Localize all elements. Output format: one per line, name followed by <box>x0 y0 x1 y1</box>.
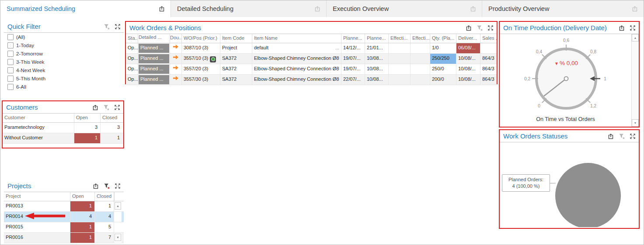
tab-execution-overview[interactable]: Execution Overview <box>327 0 482 17</box>
arrow-cell <box>170 43 182 53</box>
expand-icon[interactable] <box>629 133 636 140</box>
scroll-up-button[interactable]: ▲ <box>115 202 121 210</box>
qty-cell: 250/0 <box>430 64 456 74</box>
column-header-item-code[interactable]: Item Code <box>220 34 252 43</box>
status-badge: Planned ... <box>139 44 169 53</box>
expand-icon[interactable] <box>114 23 121 30</box>
tab-summarized-scheduling[interactable]: Summarized Scheduling <box>0 0 171 17</box>
filter-option-all[interactable]: (All) <box>4 33 124 41</box>
planned-start-cell: 19/07/... <box>341 64 365 74</box>
delivery-cell: 10/08/... <box>456 64 480 74</box>
tab-productivity-overview[interactable]: Productivity Overview <box>482 0 644 17</box>
filter-option-6-all[interactable]: 6-All <box>4 83 124 91</box>
table-row[interactable]: Op... Planned ... 3087/10 (3) Project de… <box>126 43 497 54</box>
table-row[interactable]: Parametechnology 3 3 <box>3 123 123 133</box>
gauge-tick-label: 0,2 <box>524 76 530 81</box>
filter-option-tomorrow[interactable]: 2-Tomorrow <box>4 49 124 58</box>
work-orders-statuses-panel: Work Orders Statuses Planned Orders: 4 (… <box>499 129 640 229</box>
sales-cell: 864/3 <box>480 64 497 74</box>
filter-option-today[interactable]: 1-Today <box>4 41 124 49</box>
vertical-scrollbar[interactable]: ▲ ▼ <box>631 34 639 127</box>
item-code-cell: SA372 <box>220 54 252 64</box>
table-row[interactable]: Op... Planned ... 3557/10 (3) SA372 Elbo… <box>126 54 497 64</box>
table-row[interactable]: PR0015 1 5 <box>4 222 124 233</box>
column-header-open[interactable]: Open <box>74 114 101 122</box>
filter-option-this-month[interactable]: 5-This Month <box>4 74 124 83</box>
quick-filter-panel: Quick Filter (All) 1-Today 2-Tomorrow 3-… <box>4 21 124 100</box>
wo-pos-cell: 3557/30 (3) <box>182 75 220 85</box>
checkbox[interactable] <box>7 51 14 57</box>
expand-icon[interactable] <box>114 183 121 190</box>
column-header-project[interactable]: Project <box>4 192 70 201</box>
checkbox[interactable] <box>7 34 14 40</box>
checkbox[interactable] <box>7 84 14 90</box>
column-header-delivery[interactable]: Deliver... <box>456 34 480 43</box>
export-icon[interactable] <box>158 5 165 12</box>
active-filter-icon[interactable] <box>103 183 110 190</box>
column-header-effective-start[interactable]: Effecti... <box>389 34 411 43</box>
expand-icon[interactable] <box>629 24 636 31</box>
export-icon[interactable] <box>92 183 99 190</box>
scroll-down-button[interactable]: ▼ <box>632 119 639 127</box>
column-header-wo-pos[interactable]: WO/Pos (Prior.) <box>182 34 220 43</box>
orange-arrow-icon <box>173 65 179 70</box>
export-icon[interactable] <box>607 133 614 140</box>
table-row-selected[interactable]: PR0014 4 4 <box>4 212 124 222</box>
effective-end-cell <box>411 43 430 53</box>
expand-icon[interactable] <box>487 24 494 31</box>
tab-detailed-scheduling[interactable]: Detailed Scheduling <box>171 0 327 17</box>
table-row[interactable]: PR0016 1 7 ▼ <box>4 233 124 243</box>
export-icon[interactable] <box>470 5 477 12</box>
export-icon[interactable] <box>618 24 625 31</box>
scrollbar-track[interactable] <box>114 222 122 232</box>
record-status-icon <box>210 56 216 62</box>
column-header-effective-end[interactable]: Effecti... <box>411 34 430 43</box>
open-count: 4 <box>70 212 95 222</box>
table-row[interactable]: Op... Planned ... 3557/20 (3) SA372 Elbo… <box>126 64 497 75</box>
table-row[interactable]: Op... Planned ... 3557/30 (3) SA372 Elbo… <box>126 75 497 85</box>
detailed-cell: Planned ... <box>138 64 170 74</box>
tab-label: Detailed Scheduling <box>177 5 233 12</box>
filter-option-next-week[interactable]: 4-Next Week <box>4 66 124 74</box>
scroll-up-button[interactable]: ▲ <box>632 34 639 41</box>
checkbox[interactable] <box>7 59 14 65</box>
column-header-detailed[interactable]: Detailed ... <box>138 34 170 43</box>
column-header-customer[interactable]: Customer <box>3 114 74 122</box>
column-header-closed[interactable]: Closed <box>101 114 122 122</box>
scrollbar-track[interactable] <box>114 212 122 222</box>
expand-icon[interactable] <box>114 104 121 111</box>
column-header-sales[interactable]: Sales ... <box>480 34 497 43</box>
clear-filter-icon[interactable] <box>618 133 625 140</box>
pie-slice-planned-orders[interactable] <box>555 163 621 227</box>
export-icon[interactable] <box>92 104 99 111</box>
pie-slice-label: Planned Orders: 4 (100,00 %) <box>502 174 550 192</box>
checkbox[interactable] <box>7 42 14 48</box>
export-icon[interactable] <box>465 24 472 31</box>
customers-panel: Customers Customer Open Closed Parametec… <box>2 100 124 148</box>
tab-bar: Summarized Scheduling Detailed Schedulin… <box>0 0 644 17</box>
column-header-open[interactable]: Open <box>70 192 95 201</box>
column-header-closed[interactable]: Closed <box>95 192 114 201</box>
effective-end-cell <box>411 64 430 74</box>
column-header-planned-end[interactable]: Planne... <box>365 34 389 43</box>
panel-title: Work Orders Statuses <box>503 132 607 140</box>
gauge-tick-label: 0,8 <box>590 49 596 54</box>
column-header-item-name[interactable]: Item Name <box>252 34 341 43</box>
planned-end-cell: 10/08... <box>365 64 389 74</box>
clear-filter-icon[interactable] <box>103 104 110 111</box>
sales-cell <box>480 43 497 53</box>
scroll-down-button[interactable]: ▼ <box>115 234 121 241</box>
table-row[interactable]: PR0013 1 1 ▲ <box>4 201 124 212</box>
filter-option-this-week[interactable]: 3-This Week <box>4 58 124 66</box>
column-header-double[interactable]: Dou... <box>170 34 182 43</box>
checkbox[interactable] <box>7 67 14 73</box>
clear-filter-icon[interactable] <box>476 24 483 31</box>
table-row[interactable]: Without Customer 1 1 <box>3 133 123 144</box>
export-icon[interactable] <box>631 5 638 12</box>
checkbox[interactable] <box>7 76 14 82</box>
column-header-qty[interactable]: Qty. (Pla... <box>430 34 456 43</box>
export-icon[interactable] <box>314 5 321 12</box>
clear-filter-icon[interactable] <box>103 23 110 30</box>
column-header-status[interactable]: Sta... <box>126 34 138 43</box>
column-header-planned-start[interactable]: Planne... <box>341 34 365 43</box>
